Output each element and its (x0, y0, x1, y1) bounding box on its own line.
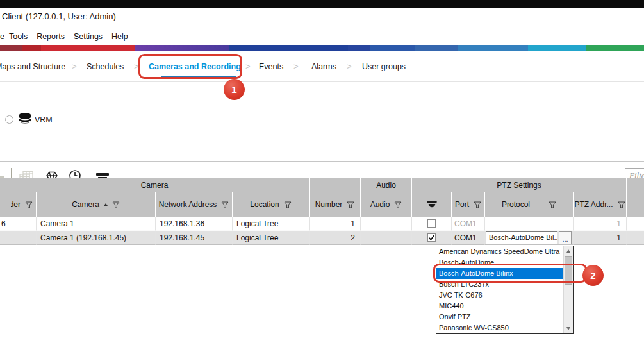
database-icon (18, 112, 32, 125)
cell-location: Logical Tree (233, 231, 310, 245)
group-audio: Audio (361, 178, 412, 192)
header-camera[interactable]: Camera (37, 192, 156, 217)
protocol-editor[interactable]: Bosch-AutoDome Bil... (486, 231, 557, 244)
header-dome-ptz[interactable] (412, 192, 452, 217)
filter-funnel-icon[interactable] (221, 201, 229, 208)
cell-clipped (627, 231, 644, 245)
cell-camera: Camera 1 (192.168.1.45) (37, 231, 156, 245)
dropdown-item[interactable]: American Dynamics SpeedDome Ultra (436, 246, 564, 257)
filter-funnel-icon[interactable] (112, 201, 120, 208)
header-location[interactable]: Location (233, 192, 310, 217)
header-port-label: Port (455, 200, 469, 209)
header-encoder-label: Encoder (11, 200, 21, 209)
cell-audio (361, 231, 412, 245)
filter-funnel-icon[interactable] (347, 201, 354, 208)
workflow-nav: Maps and Structure > Schedules > Cameras… (0, 55, 644, 81)
menu-item-tools[interactable]: Tools (9, 32, 28, 41)
dropdown-item[interactable]: Onvif PTZ (436, 312, 564, 323)
nav-cameras-and-recording[interactable]: Cameras and Recording (149, 62, 241, 71)
window-title: Client (127.0.0.1, User: Admin) (2, 12, 116, 21)
protocol-dropdown: American Dynamics SpeedDome Ultra Bosch-… (436, 246, 574, 334)
chevron-right-icon: > (293, 62, 299, 71)
cell-port: COM1 (452, 231, 485, 245)
brand-gradient-bar (0, 45, 644, 51)
scroll-down-icon[interactable] (564, 324, 573, 333)
header-location-label: Location (250, 200, 279, 209)
table-group-header-row: Camera Audio PTZ Settings (0, 178, 644, 192)
nav-alarms[interactable]: Alarms (311, 62, 336, 71)
dropdown-item[interactable]: JVC TK-C676 (436, 290, 564, 301)
dropdown-item[interactable]: Bosch-LTC237x (436, 279, 564, 290)
dropdown-item[interactable]: MIC440 (436, 301, 564, 312)
scroll-up-icon[interactable] (564, 246, 573, 256)
chevron-right-icon: > (347, 62, 352, 71)
nav-events[interactable]: Events (259, 62, 283, 71)
cell-encoder (0, 231, 37, 245)
cell-network-address: 192.168.1.36 (156, 217, 233, 231)
dropdown-item[interactable]: Panasonic WV-CS850 (436, 323, 564, 333)
header-audio-label: Audio (370, 200, 390, 209)
cell-port: COM1 (452, 217, 485, 231)
header-number-label: Number (315, 200, 343, 209)
nav-schedules[interactable]: Schedules (87, 62, 124, 71)
header-ptz-address-label: PTZ Addr... (574, 200, 613, 209)
header-audio[interactable]: Audio (361, 192, 412, 217)
header-ptz-address[interactable]: PTZ Addr... (574, 192, 627, 217)
filter-funnel-icon[interactable] (284, 201, 292, 208)
cell-ptz-enabled (412, 217, 452, 231)
dropdown-scrollbar[interactable] (563, 246, 573, 333)
filter-funnel-icon[interactable] (25, 201, 33, 208)
vrm-label[interactable]: VRM (35, 115, 53, 124)
cell-camera: Camera 1 (37, 217, 156, 231)
menu-item-help[interactable]: Help (111, 32, 128, 41)
cell-audio (361, 217, 412, 231)
dropdown-item-selected[interactable]: Bosch-AutoDome Bilinx (436, 268, 564, 279)
menu-item-clipped[interactable]: e (0, 32, 4, 41)
group-ptz-settings: PTZ Settings (412, 178, 627, 192)
chevron-right-icon: > (72, 62, 77, 71)
vrm-radio-button[interactable] (5, 115, 13, 124)
filter-funnel-icon[interactable] (618, 201, 625, 208)
menu-item-settings[interactable]: Settings (74, 32, 103, 41)
toolbar-bottom-line (0, 106, 644, 106)
configuration-client-window: Client (127.0.0.1, User: Admin) e Tools … (0, 0, 644, 361)
header-number[interactable]: Number (310, 192, 361, 217)
header-encoder[interactable]: Encoder (0, 192, 37, 217)
nav-maps-and-structure[interactable]: Maps and Structure (0, 62, 65, 71)
cell-number: 1 (310, 217, 361, 231)
cell-clipped (627, 217, 644, 231)
header-clipped (627, 192, 644, 217)
table-row[interactable]: 6 Camera 1 192.168.1.36 Logical Tree 1 C… (0, 217, 644, 231)
header-port[interactable]: Port (452, 192, 485, 217)
group-camera: Camera (0, 178, 310, 192)
annotation-badge-step2: 2 (582, 265, 604, 286)
header-network-address[interactable]: Network Address (156, 192, 233, 217)
nav-user-groups[interactable]: User groups (362, 62, 406, 71)
menu-bar: e Tools Reports Settings Help (0, 31, 137, 42)
cell-location: Logical Tree (233, 217, 310, 231)
group-clipped (627, 178, 644, 192)
dropdown-item[interactable]: Bosch-AutoDome (436, 257, 564, 268)
table-row-selected[interactable]: Camera 1 (192.168.1.45) 192.168.1.45 Log… (0, 231, 644, 245)
filter-funnel-icon[interactable] (474, 201, 481, 208)
ptz-checkbox-checked[interactable] (427, 233, 436, 242)
window-top-strip (0, 0, 644, 8)
chevron-right-icon: > (245, 62, 251, 71)
scrollbar-thumb[interactable] (565, 256, 572, 285)
cell-ptz-address: 1 (574, 217, 627, 231)
filter-funnel-icon[interactable] (394, 201, 402, 208)
ptz-checkbox-unchecked[interactable] (427, 219, 436, 228)
menu-item-reports[interactable]: Reports (37, 32, 65, 41)
header-protocol[interactable]: Protocol (485, 192, 574, 217)
sort-ascending-icon (104, 203, 108, 206)
section-separator-highlight (0, 162, 644, 162)
header-protocol-label: Protocol (502, 200, 530, 209)
table-header-row: Encoder Camera Network Address Location … (0, 192, 644, 217)
cell-ptz-address: 1 (574, 231, 627, 245)
cell-number: 2 (310, 231, 361, 245)
chevron-right-icon: > (134, 62, 139, 71)
header-camera-label: Camera (72, 200, 99, 209)
protocol-more-button[interactable]: ... (559, 231, 572, 244)
filter-funnel-icon[interactable] (549, 201, 556, 208)
header-network-label: Network Address (159, 200, 217, 209)
